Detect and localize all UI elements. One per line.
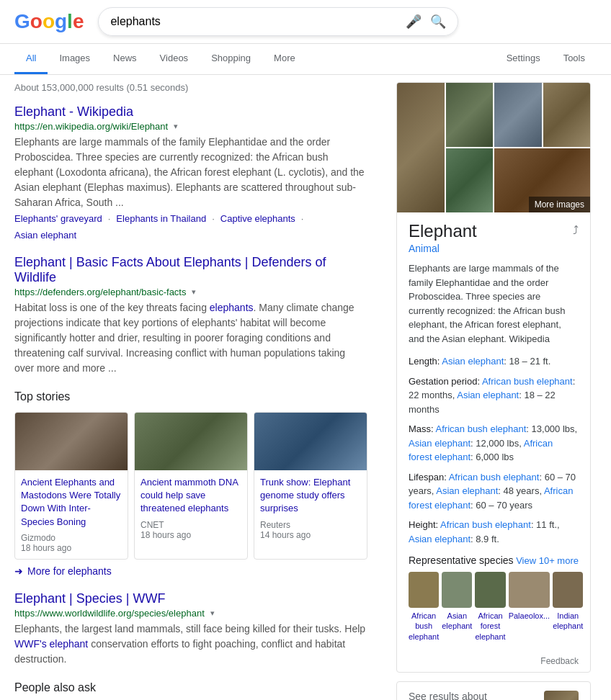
url-dropdown-icon[interactable]: ▾ [174, 122, 178, 131]
result-link-wikipedia[interactable]: Elephant - Wikipedia [14, 104, 133, 119]
url-dropdown-icon-2[interactable]: ▾ [192, 287, 196, 297]
species-name-african-bush: African bush elephant [409, 611, 439, 642]
species-image-indian [553, 572, 583, 608]
url-dropdown-icon-3[interactable]: ▾ [210, 609, 215, 618]
wwf-link[interactable]: WWF's elephant [14, 638, 88, 650]
result-snippet-defenders: Habitat loss is one of the key threats f… [14, 300, 367, 376]
search-input[interactable] [110, 15, 400, 28]
result-link-captive[interactable]: Captive elephants [220, 213, 295, 224]
kp-fact-length: Length: Asian elephant: 18 – 21 ft. [409, 354, 579, 369]
see-results-image [544, 691, 579, 700]
kp-image-4[interactable] [543, 83, 591, 147]
result-link-graveyard[interactable]: Elephants' graveyard [14, 213, 102, 224]
species-item-african-bush[interactable]: African bush elephant [409, 572, 439, 642]
fact-lifespan-african[interactable]: African bush elephant [449, 472, 540, 483]
result-url-defenders: https://defenders.org/elephant/basic-fac… [14, 287, 367, 297]
logo-o1: o [30, 10, 43, 32]
story-card-2[interactable]: Ancient mammoth DNA could help save thre… [134, 412, 248, 560]
stories-grid: Ancient Elephants and Mastodons Were Tot… [14, 412, 367, 560]
result-link-asian[interactable]: Asian elephant [14, 230, 76, 241]
tab-settings[interactable]: Settings [495, 44, 552, 74]
kp-body: Elephant Animal ⤴ Elephants are large ma… [397, 212, 590, 650]
tab-news[interactable]: News [102, 44, 148, 74]
species-name-indian: Indian elephant [553, 611, 583, 632]
story-source-3: Reuters [260, 520, 361, 530]
species-grid: African bush elephant Asian elephant Afr… [409, 572, 579, 642]
kp-image-large[interactable] [397, 83, 445, 212]
kp-fact-lifespan: Lifespan: African bush elephant: 60 – 70… [409, 470, 579, 513]
tab-shopping[interactable]: Shopping [200, 44, 262, 74]
species-image-african-forest [475, 572, 505, 608]
right-column: More images Elephant Animal ⤴ Elephants … [382, 75, 598, 700]
result-title-wikipedia: Elephant - Wikipedia [14, 104, 367, 120]
logo-o2: o [43, 10, 55, 32]
rep-species-label: Representative species [409, 555, 514, 566]
result-snippet-wwf: Elephants, the largest land mammals, sti… [14, 622, 367, 667]
tab-more[interactable]: More [262, 44, 307, 74]
share-icon[interactable]: ⤴ [573, 224, 579, 237]
tab-images[interactable]: Images [48, 44, 102, 74]
main-content: About 153,000,000 results (0.51 seconds)… [0, 75, 611, 700]
result-link-wwf[interactable]: Elephant | Species | WWF [14, 591, 165, 606]
species-image-asian [442, 572, 472, 608]
more-stories-link[interactable]: ➜ More for elephants [14, 565, 367, 577]
species-item-african-forest[interactable]: African forest elephant [475, 572, 505, 642]
story-title-1: Ancient Elephants and Mastodons Were Tot… [21, 476, 122, 529]
more-images-overlay[interactable]: More images [529, 197, 590, 212]
results-count: About 153,000,000 results (0.51 seconds) [14, 82, 367, 93]
paa-label: People also ask [14, 681, 367, 694]
story-card-3[interactable]: Trunk show: Elephant genome study offers… [254, 412, 367, 560]
kp-feedback[interactable]: Feedback [397, 650, 590, 672]
story-content-2: Ancient mammoth DNA could help save thre… [135, 470, 247, 546]
result-snippet-wikipedia: Elephants are large mammals of the famil… [14, 135, 367, 210]
kp-image-6[interactable]: More images [494, 148, 590, 212]
tab-all[interactable]: All [14, 44, 48, 74]
story-source-1: Gizmodo [21, 533, 122, 543]
species-name-palaeo: Palaeolox... [509, 611, 550, 621]
fact-asian-link[interactable]: Asian elephant [442, 356, 504, 367]
result-defenders: Elephant | Basic Facts About Elephants |… [14, 255, 367, 376]
fact-mass-asian[interactable]: Asian elephant [409, 438, 470, 449]
species-item-indian[interactable]: Indian elephant [553, 572, 583, 642]
people-also-ask: People also ask What is the home of an e… [14, 681, 367, 700]
kp-fact-height: Height: African bush elephant: 11 ft., A… [409, 518, 579, 546]
fact-mass-african[interactable]: African bush elephant [436, 423, 527, 434]
fact-height-african[interactable]: African bush elephant [440, 519, 531, 530]
search-icon[interactable]: 🔍 [430, 14, 446, 30]
kp-category[interactable]: Animal [409, 243, 477, 254]
species-item-asian[interactable]: Asian elephant [442, 572, 472, 642]
result-link-defenders[interactable]: Elephant | Basic Facts About Elephants |… [14, 255, 326, 284]
story-image-2 [135, 413, 247, 470]
kp-image-3[interactable] [494, 83, 542, 147]
species-image-palaeo [509, 572, 550, 608]
result-title-defenders: Elephant | Basic Facts About Elephants |… [14, 255, 367, 285]
logo-l: l [67, 10, 73, 32]
top-stories-label: Top stories [14, 390, 367, 403]
representative-species: Representative species View 10+ more Afr… [409, 555, 579, 642]
kp-title: Elephant [409, 221, 477, 241]
tab-tools[interactable]: Tools [552, 44, 597, 74]
species-name-african-forest: African forest elephant [475, 611, 505, 642]
story-time-1: 18 hours ago [21, 543, 122, 553]
fact-height-asian[interactable]: Asian elephant [409, 534, 470, 544]
result-link-thailand[interactable]: Elephants in Thailand [116, 213, 206, 224]
tab-videos[interactable]: Videos [148, 44, 200, 74]
logo-g: G [14, 10, 30, 32]
story-card-1[interactable]: Ancient Elephants and Mastodons Were Tot… [14, 412, 128, 560]
species-item-palaeo[interactable]: Palaeolox... [509, 572, 550, 642]
view-more-link[interactable]: View 10+ more [516, 555, 579, 566]
mic-icon[interactable]: 🎤 [406, 14, 422, 30]
snippet-link-elephants[interactable]: elephants [210, 302, 254, 313]
kp-fact-mass: Mass: African bush elephant: 13,000 lbs,… [409, 422, 579, 465]
kp-image-5[interactable] [446, 148, 494, 212]
nav-right: Settings Tools [495, 44, 597, 74]
rep-species-header: Representative species View 10+ more [409, 555, 579, 566]
story-image-3 [254, 413, 367, 470]
result-url-wikipedia: https://en.wikipedia.org/wiki/Elephant ▾ [14, 121, 367, 132]
fact-lifespan-asian[interactable]: Asian elephant [436, 485, 498, 496]
fact-gestation-asian[interactable]: Asian elephant [457, 390, 519, 400]
fact-gestation-african[interactable]: African bush elephant [482, 376, 573, 387]
kp-image-2[interactable] [446, 83, 494, 147]
story-source-2: CNET [141, 520, 241, 530]
top-stories: Top stories Ancient Elephants and Mastod… [14, 390, 367, 577]
